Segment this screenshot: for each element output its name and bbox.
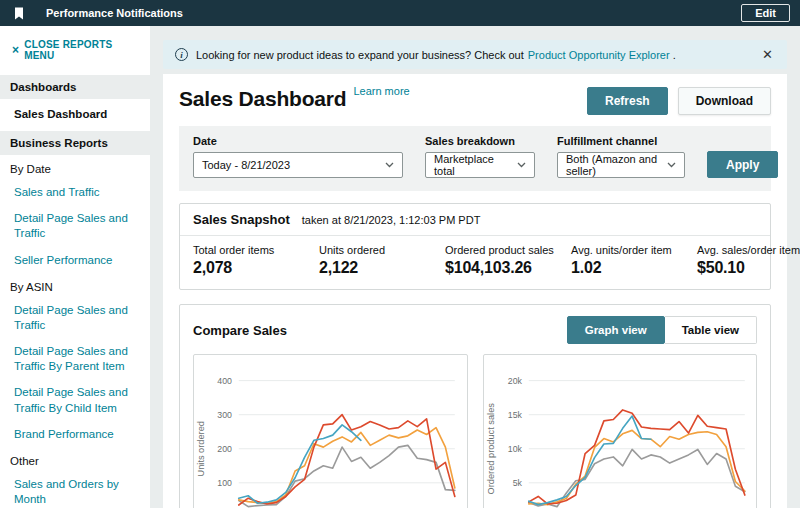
- sidebar-item-other: Other: [0, 447, 150, 471]
- filter-group-sales-breakdown: Sales breakdownMarketplace total: [425, 135, 535, 178]
- metric-label: Total order items: [193, 244, 319, 256]
- chevron-down-icon: [667, 162, 676, 168]
- series-line-red: [528, 410, 744, 504]
- dashboard-header: Sales Dashboard Learn more Refresh Downl…: [179, 87, 771, 115]
- snapshot-timestamp: taken at 8/21/2023, 1:12:03 PM PDT: [302, 214, 481, 226]
- ordered-product-sales-chart: 05k10k15k20kOrdered product sales12AM2AM…: [483, 354, 758, 508]
- y-axis-title: Units ordered: [196, 421, 206, 476]
- sidebar-item-sales-dashboard[interactable]: Sales Dashboard: [0, 99, 150, 129]
- sidebar-item-dashboards: Dashboards: [0, 75, 150, 99]
- close-reports-menu[interactable]: × CLOSE REPORTS MENU: [0, 26, 150, 73]
- sidebar-item-business-reports: Business Reports: [0, 131, 150, 155]
- y-tick-label: 200: [217, 444, 232, 454]
- filter-groups: DateToday - 8/21/2023Sales breakdownMark…: [193, 135, 685, 178]
- fulfillment-channel-select-value: Both (Amazon and seller): [566, 153, 659, 177]
- sidebar-item-seller-performance[interactable]: Seller Performance: [0, 247, 150, 273]
- sidebar-item-detail-page-sales-and-traffic[interactable]: Detail Page Sales and Traffic: [0, 205, 150, 246]
- series-line-orange: [528, 430, 744, 504]
- series-line-orange: [239, 428, 455, 504]
- topbar-title: Performance Notifications: [46, 7, 183, 19]
- sidebar-item-by-date: By Date: [0, 155, 150, 179]
- sales-breakdown-select[interactable]: Marketplace total: [425, 152, 535, 178]
- sales-breakdown-select-value: Marketplace total: [434, 153, 509, 177]
- chevron-down-icon: [385, 162, 394, 168]
- y-tick-label: 15k: [507, 410, 522, 420]
- metric-ordered-product-sales: Ordered product sales$104,103.26: [445, 244, 571, 277]
- download-button[interactable]: Download: [678, 87, 771, 115]
- sidebar-item-by-asin: By ASIN: [0, 273, 150, 297]
- reports-sidebar: × CLOSE REPORTS MENU DashboardsSales Das…: [0, 26, 150, 508]
- metric-label: Avg. sales/order item: [697, 244, 800, 256]
- metric-avg-units-order-item: Avg. units/order item1.02: [571, 244, 697, 277]
- graph-view-button[interactable]: Graph view: [567, 316, 665, 344]
- refresh-button[interactable]: Refresh: [587, 87, 668, 115]
- metric-units-ordered: Units ordered2,122: [319, 244, 445, 277]
- table-view-button[interactable]: Table view: [665, 316, 757, 344]
- metric-label: Ordered product sales: [445, 244, 571, 256]
- metric-total-order-items: Total order items2,078: [193, 244, 319, 277]
- units-ordered-chart: 0100200300400Units ordered12AM2AM4AM6AM8…: [193, 354, 468, 508]
- y-tick-label: 100: [217, 478, 232, 488]
- edit-button[interactable]: Edit: [741, 4, 790, 22]
- sidebar-item-sales-and-traffic[interactable]: Sales and Traffic: [0, 179, 150, 205]
- filter-label-sales-breakdown: Sales breakdown: [425, 135, 535, 147]
- fulfillment-channel-select[interactable]: Both (Amazon and seller): [557, 152, 685, 178]
- compare-sales-title: Compare Sales: [193, 323, 287, 338]
- top-bar: Performance Notifications Edit: [0, 0, 800, 26]
- promo-banner: i Looking for new product ideas to expan…: [163, 40, 787, 69]
- apply-button[interactable]: Apply: [707, 151, 778, 178]
- charts-row: 0100200300400Units ordered12AM2AM4AM6AM8…: [180, 352, 770, 508]
- close-icon: ×: [12, 43, 19, 57]
- metric-value: $50.10: [697, 259, 800, 277]
- sidebar-item-detail-page-sales-and-traffic-by-child-item[interactable]: Detail Page Sales and Traffic By Child I…: [0, 379, 150, 420]
- metric-value: 2,078: [193, 259, 319, 277]
- banner-close-icon[interactable]: ✕: [760, 47, 775, 62]
- compare-sales-box: Compare Sales Graph viewTable view 01002…: [179, 304, 771, 508]
- y-tick-label: 300: [217, 410, 232, 420]
- metric-label: Avg. units/order item: [571, 244, 697, 256]
- chevron-down-icon: [517, 162, 526, 168]
- sales-snapshot-title: Sales Snapshot: [193, 212, 290, 227]
- metric-value: 2,122: [319, 259, 445, 277]
- main-area: i Looking for new product ideas to expan…: [150, 26, 800, 508]
- date-select[interactable]: Today - 8/21/2023: [193, 152, 403, 178]
- date-select-value: Today - 8/21/2023: [202, 159, 377, 171]
- banner-suffix: .: [673, 49, 676, 61]
- y-tick-label: 10k: [507, 444, 522, 454]
- y-tick-label: 5k: [512, 478, 522, 488]
- filter-bar: DateToday - 8/21/2023Sales breakdownMark…: [179, 126, 771, 191]
- metric-value: $104,103.26: [445, 259, 571, 277]
- close-reports-menu-label: CLOSE REPORTS MENU: [24, 39, 140, 61]
- info-icon: i: [175, 48, 188, 61]
- product-opportunity-explorer-link[interactable]: Product Opportunity Explorer: [528, 49, 670, 61]
- sidebar-item-brand-performance[interactable]: Brand Performance: [0, 421, 150, 447]
- y-axis-title: Ordered product sales: [485, 403, 495, 495]
- sidebar-item-sales-and-orders-by-month[interactable]: Sales and Orders by Month: [0, 471, 150, 508]
- series-line-gray: [239, 445, 455, 506]
- filter-group-fulfillment-channel: Fulfillment channelBoth (Amazon and sell…: [557, 135, 685, 178]
- sidebar-items: DashboardsSales DashboardBusiness Report…: [0, 75, 150, 508]
- learn-more-link[interactable]: Learn more: [353, 85, 409, 97]
- banner-text: Looking for new product ideas to expand …: [196, 49, 524, 61]
- metric-avg-sales-order-item: Avg. sales/order item$50.10: [697, 244, 800, 277]
- filter-group-date: DateToday - 8/21/2023: [193, 135, 403, 178]
- y-tick-label: 20k: [507, 376, 522, 386]
- metric-label: Units ordered: [319, 244, 445, 256]
- page-title: Sales Dashboard: [179, 87, 346, 111]
- sales-snapshot-box: Sales Snapshot taken at 8/21/2023, 1:12:…: [179, 203, 771, 290]
- view-toggle: Graph viewTable view: [567, 316, 757, 344]
- filter-label-date: Date: [193, 135, 403, 147]
- sidebar-item-detail-page-sales-and-traffic[interactable]: Detail Page Sales and Traffic: [0, 297, 150, 338]
- metric-value: 1.02: [571, 259, 697, 277]
- y-tick-label: 400: [217, 376, 232, 386]
- dashboard-panel: Sales Dashboard Learn more Refresh Downl…: [163, 74, 787, 508]
- snapshot-metrics: Total order items2,078Units ordered2,122…: [180, 236, 770, 289]
- sidebar-item-detail-page-sales-and-traffic-by-parent-item[interactable]: Detail Page Sales and Traffic By Parent …: [0, 338, 150, 379]
- filter-label-fulfillment-channel: Fulfillment channel: [557, 135, 685, 147]
- bookmark-icon: [14, 7, 24, 20]
